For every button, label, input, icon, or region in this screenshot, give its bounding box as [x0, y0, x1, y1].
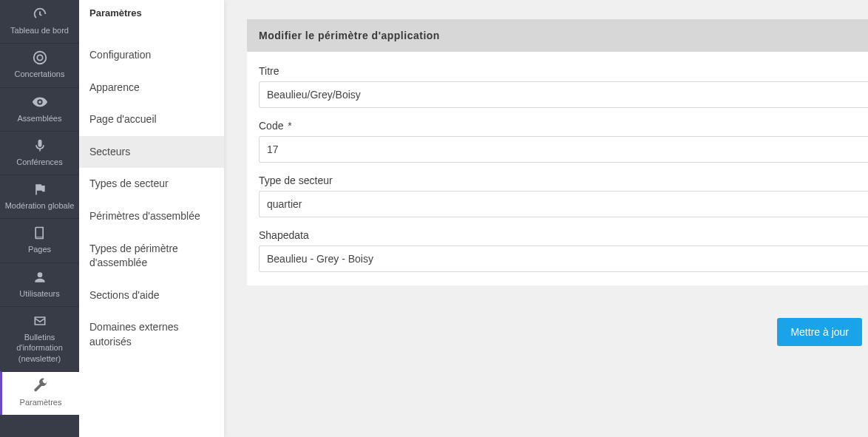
label-code-text: Code	[259, 120, 283, 132]
rail-item-settings[interactable]: Paramètres	[0, 371, 79, 415]
sidebar-item-appearance[interactable]: Apparence	[79, 72, 224, 104]
rail-label: Concertations	[15, 69, 65, 79]
panel-body: Titre Code * Type de secteur quartier Sh…	[247, 52, 868, 285]
sidebar-item-configuration[interactable]: Configuration	[79, 39, 224, 72]
main-content: Modifier le périmètre d'application Titr…	[225, 0, 868, 437]
user-icon	[33, 269, 47, 285]
required-marker: *	[288, 120, 291, 132]
rail-label: Bulletins d'information (newsletter)	[3, 332, 76, 364]
book-icon	[33, 225, 47, 241]
rail-item-concertations[interactable]: Concertations	[0, 43, 79, 87]
sidebar-item-help-sections[interactable]: Sections d'aide	[79, 280, 224, 312]
select-shapedata[interactable]: Beaulieu - Grey - Boisy	[259, 245, 868, 272]
rail-item-newsletter[interactable]: Bulletins d'information (newsletter)	[0, 306, 79, 371]
eye-icon	[32, 94, 48, 110]
wrench-icon	[33, 378, 49, 394]
rail-label: Utilisateurs	[19, 288, 59, 299]
sidebar-title: Paramètres	[79, 7, 224, 39]
select-type-secteur[interactable]: quartier	[259, 191, 868, 217]
rail-item-users[interactable]: Utilisateurs	[0, 262, 79, 306]
gauge-icon	[32, 6, 48, 22]
field-code: Code *	[259, 120, 868, 163]
target-icon	[32, 50, 48, 66]
field-type-secteur: Type de secteur quartier	[259, 175, 868, 217]
rail-item-dashboard[interactable]: Tableau de bord	[0, 0, 79, 43]
label-titre: Titre	[259, 65, 868, 77]
sidebar-item-assembly-perimeter-types[interactable]: Types de périmètre d'assemblée	[79, 233, 224, 280]
primary-nav-rail: Tableau de bord Concertations Assemblées…	[0, 0, 79, 437]
rail-item-conferences[interactable]: Conférences	[0, 131, 79, 175]
sidebar-item-sector-types[interactable]: Types de secteur	[79, 168, 224, 200]
form-actions: Mettre à jour	[247, 318, 868, 346]
rail-label: Paramètres	[20, 397, 62, 407]
rail-item-moderation[interactable]: Modération globale	[0, 175, 79, 218]
rail-label: Assemblées	[18, 113, 62, 123]
label-shapedata: Shapedata	[259, 229, 868, 241]
rail-item-assemblies[interactable]: Assemblées	[0, 87, 79, 131]
rail-label: Pages	[28, 244, 51, 254]
form-panel: Modifier le périmètre d'application Titr…	[247, 19, 868, 285]
rail-label: Conférences	[16, 157, 62, 167]
input-titre[interactable]	[259, 81, 868, 108]
field-titre: Titre	[259, 65, 868, 108]
flag-icon	[33, 181, 47, 197]
sidebar-item-sectors[interactable]: Secteurs	[79, 136, 224, 169]
input-code[interactable]	[259, 136, 868, 163]
sidebar-item-external-domains[interactable]: Domaines externes autorisés	[79, 311, 224, 358]
rail-item-pages[interactable]: Pages	[0, 218, 79, 262]
mail-icon	[33, 313, 47, 329]
panel-title: Modifier le périmètre d'application	[247, 19, 868, 52]
label-type-secteur: Type de secteur	[259, 175, 868, 186]
rail-label: Tableau de bord	[10, 25, 69, 35]
field-shapedata: Shapedata Beaulieu - Grey - Boisy	[259, 229, 868, 272]
submit-button[interactable]: Mettre à jour	[777, 318, 862, 346]
rail-label: Modération globale	[5, 200, 75, 211]
sidebar-item-homepage[interactable]: Page d'accueil	[79, 104, 224, 136]
settings-sidebar: Paramètres Configuration Apparence Page …	[79, 0, 225, 437]
label-code: Code *	[259, 120, 868, 132]
mic-icon	[33, 138, 47, 154]
sidebar-item-assembly-perimeters[interactable]: Périmètres d'assemblée	[79, 200, 224, 233]
